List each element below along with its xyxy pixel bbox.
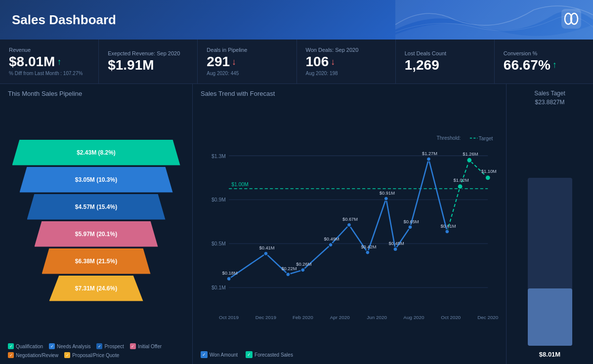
svg-point-50 bbox=[467, 158, 472, 162]
legend-check-icon: ✓ bbox=[130, 343, 136, 349]
legend-label: Qualification bbox=[16, 344, 43, 349]
target-bar-container bbox=[528, 110, 572, 346]
kpi-revenue-label: Revenue bbox=[9, 47, 31, 53]
kpi-exp-rev-label: Exepcted Revenue: Sep 2020 bbox=[108, 50, 180, 56]
svg-text:$1.3M: $1.3M bbox=[212, 154, 226, 159]
svg-point-52 bbox=[485, 175, 490, 180]
revenue-arrow-up: ↑ bbox=[57, 57, 61, 67]
kpi-won-value: 106 ↓ bbox=[306, 54, 336, 70]
kpi-conversion: Conversion % 66.67% ↑ bbox=[495, 40, 593, 83]
svg-text:Oct 2019: Oct 2019 bbox=[219, 315, 239, 320]
legend-check-icon: ✓ bbox=[8, 352, 14, 358]
svg-text:$0.5M: $0.5M bbox=[212, 241, 226, 246]
legend-item: ✓Negotiation/Review bbox=[8, 352, 58, 358]
legend-item: ✓Initial Offer bbox=[130, 343, 162, 349]
trend-legend: ✓Won Amount✓Forecasted Sales bbox=[201, 351, 498, 358]
svg-text:Dec 2019: Dec 2019 bbox=[255, 315, 277, 320]
trend-legend-item: ✓Forecasted Sales bbox=[246, 351, 293, 358]
funnel-bar: $4.57M (15.4%) bbox=[27, 194, 166, 220]
svg-text:Jun 2020: Jun 2020 bbox=[367, 315, 387, 320]
conv-arrow-up: ↑ bbox=[552, 60, 557, 70]
funnel-bar-wrapper: $6.38M (21.5%) bbox=[8, 248, 184, 274]
svg-text:Threshold:: Threshold: bbox=[436, 135, 461, 141]
target-panel: Sales Taget $23.8827M $8.01M bbox=[507, 84, 593, 364]
kpi-deals-sub: Aug 2020: 445 bbox=[207, 71, 239, 76]
funnel-bar-wrapper: $3.05M (10.3%) bbox=[8, 167, 184, 193]
kpi-expected-revenue: Exepcted Revenue: Sep 2020 $1.91M bbox=[99, 40, 198, 83]
trend-legend-check: ✓ bbox=[201, 351, 208, 358]
funnel-bar-wrapper: $7.31M (24.6%) bbox=[8, 276, 184, 301]
funnel-bar: $3.05M (10.3%) bbox=[20, 167, 173, 193]
kpi-deals-label: Deals in Pipeline bbox=[207, 47, 247, 53]
funnel-bar: $2.43M (8.2%) bbox=[12, 140, 180, 165]
trend-legend-label: Forecasted Sales bbox=[254, 352, 293, 358]
trend-legend-check: ✓ bbox=[246, 351, 253, 358]
kpi-revenue-sub: % Diff from Last Month : 107.27% bbox=[9, 71, 83, 76]
trend-title: Sales Trend with Forecast bbox=[201, 90, 498, 97]
legend-item: ✓Proposal/Price Quote bbox=[64, 352, 119, 358]
svg-point-30 bbox=[301, 268, 305, 272]
kpi-lost-label: Lost Deals Count bbox=[405, 50, 446, 56]
svg-point-34 bbox=[347, 223, 351, 227]
trend-legend-label: Won Amount bbox=[210, 352, 238, 358]
svg-text:$0.91M: $0.91M bbox=[380, 191, 395, 196]
line-chart-svg: $0.1M$0.5M$0.9M$1.3M$1.00MThreshold:Targ… bbox=[201, 99, 498, 349]
svg-point-28 bbox=[286, 272, 290, 276]
kpi-revenue-value: $8.01M ↑ bbox=[9, 54, 61, 70]
svg-text:Oct 2020: Oct 2020 bbox=[441, 315, 461, 320]
header: Sales Dashboard bbox=[0, 0, 593, 40]
kpi-conv-label: Conversion % bbox=[504, 50, 537, 56]
funnel-legend: ✓Qualification✓Needs Analysis✓Prospect✓I… bbox=[8, 343, 184, 358]
funnel-bar-wrapper: $5.97M (20.1%) bbox=[8, 221, 184, 247]
svg-text:Apr 2020: Apr 2020 bbox=[330, 315, 350, 320]
kpi-won-deals: Won Deals: Sep 2020 106 ↓ Aug 2020: 198 bbox=[297, 40, 396, 83]
funnel-bar: $5.97M (20.1%) bbox=[35, 221, 158, 247]
page-title: Sales Dashboard bbox=[12, 12, 116, 28]
svg-point-36 bbox=[366, 250, 370, 254]
kpi-conv-value: 66.67% ↑ bbox=[504, 57, 557, 73]
svg-text:$1.10M: $1.10M bbox=[481, 169, 497, 174]
svg-text:Target: Target bbox=[479, 136, 493, 141]
target-bar-fill bbox=[528, 288, 572, 346]
trend-chart-area: $0.1M$0.5M$0.9M$1.3M$1.00MThreshold:Targ… bbox=[201, 99, 498, 349]
svg-text:$0.65M: $0.65M bbox=[404, 219, 419, 224]
legend-item: ✓Prospect bbox=[96, 343, 124, 349]
svg-point-24 bbox=[227, 277, 231, 281]
legend-check-icon: ✓ bbox=[49, 343, 55, 349]
svg-text:Aug 2020: Aug 2020 bbox=[403, 315, 424, 320]
svg-text:$0.41M: $0.41M bbox=[259, 245, 274, 250]
svg-text:Feb 2020: Feb 2020 bbox=[293, 315, 313, 320]
kpi-deals-pipeline: Deals in Pipeline 291 ↓ Aug 2020: 445 bbox=[198, 40, 296, 83]
funnel-chart: $2.43M (8.2%)$3.05M (10.3%)$4.57M (15.4%… bbox=[8, 102, 184, 338]
svg-point-44 bbox=[426, 157, 430, 161]
svg-text:Dec 2020: Dec 2020 bbox=[477, 315, 498, 320]
legend-label: Proposal/Price Quote bbox=[72, 353, 119, 358]
funnel-bar-wrapper: $4.57M (15.4%) bbox=[8, 194, 184, 220]
logo bbox=[561, 9, 581, 31]
funnel-bar-wrapper: $2.43M (8.2%) bbox=[8, 140, 184, 165]
legend-label: Initial Offer bbox=[138, 344, 162, 349]
kpi-won-label: Won Deals: Sep 2020 bbox=[306, 47, 359, 53]
legend-check-icon: ✓ bbox=[8, 343, 14, 349]
kpi-revenue: Revenue $8.01M ↑ % Diff from Last Month … bbox=[0, 40, 99, 83]
svg-point-38 bbox=[384, 197, 388, 201]
kpi-deals-value: 291 ↓ bbox=[207, 54, 236, 70]
svg-text:$1.02M: $1.02M bbox=[454, 178, 469, 183]
legend-item: ✓Qualification bbox=[8, 343, 43, 349]
funnel-bar: $6.38M (21.5%) bbox=[42, 248, 151, 274]
svg-text:$1.26M: $1.26M bbox=[463, 152, 478, 157]
target-amount: $23.8827M bbox=[535, 99, 564, 106]
trend-panel: Sales Trend with Forecast $0.1M$0.5M$0.9… bbox=[193, 84, 507, 364]
svg-text:$1.27M: $1.27M bbox=[422, 151, 437, 156]
target-current-amount: $8.01M bbox=[539, 351, 560, 358]
svg-text:$0.45M: $0.45M bbox=[389, 241, 404, 246]
svg-text:$0.26M: $0.26M bbox=[296, 262, 311, 267]
legend-label: Needs Analysis bbox=[57, 344, 90, 349]
svg-text:$0.18M: $0.18M bbox=[222, 271, 238, 276]
kpi-won-sub: Aug 2020: 198 bbox=[306, 71, 338, 76]
legend-check-icon: ✓ bbox=[64, 352, 70, 358]
target-title: Sales Taget bbox=[534, 90, 565, 97]
svg-point-48 bbox=[458, 184, 463, 189]
svg-point-40 bbox=[393, 247, 397, 251]
won-arrow-down: ↓ bbox=[331, 57, 335, 67]
